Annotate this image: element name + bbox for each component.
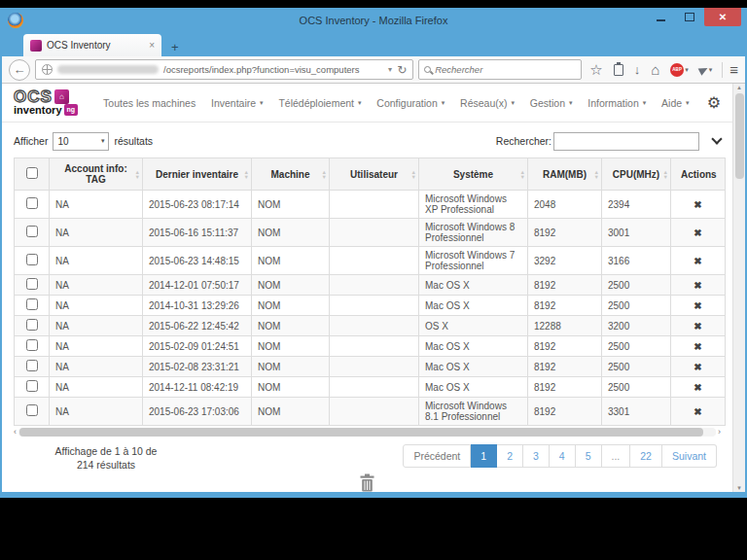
select-all-checkbox[interactable] xyxy=(26,167,38,179)
minimize-button[interactable] xyxy=(646,8,675,26)
delete-icon[interactable]: ✖ xyxy=(694,382,701,393)
bookmark-star-icon[interactable]: ☆ xyxy=(587,61,605,79)
menu-item-gestion[interactable]: Gestion▾ xyxy=(530,97,573,109)
search-input[interactable] xyxy=(435,64,551,75)
url-path[interactable]: /ocsreports/index.php?function=visu_comp… xyxy=(163,64,383,75)
vertical-scrollbar[interactable]: ▴ ▾ xyxy=(732,84,745,492)
tab-ocs-inventory[interactable]: OCS Inventory × xyxy=(23,34,161,56)
delete-icon[interactable]: ✖ xyxy=(694,199,701,210)
downloads-icon[interactable]: ↓ xyxy=(631,62,644,77)
delete-icon[interactable]: ✖ xyxy=(694,341,701,352)
delete-icon[interactable]: ✖ xyxy=(694,280,701,291)
header-machine[interactable]: Machine▲▼ xyxy=(252,158,330,191)
chevron-down-icon: ▾ xyxy=(569,99,573,107)
row-checkbox[interactable] xyxy=(26,360,38,371)
send-tab-button[interactable]: ▾ xyxy=(696,66,716,74)
sort-icon[interactable]: ▲▼ xyxy=(520,170,525,179)
pagination-next[interactable]: Suivant xyxy=(662,444,717,468)
scroll-right-icon[interactable]: › xyxy=(718,427,721,437)
close-button[interactable]: ✕ xyxy=(704,8,741,26)
pagination-page-22[interactable]: 22 xyxy=(630,444,662,468)
menu-item-information[interactable]: Information▾ xyxy=(587,97,646,109)
row-checkbox[interactable] xyxy=(26,339,38,351)
sort-icon[interactable]: ▲▼ xyxy=(594,170,599,179)
home-icon[interactable]: ⌂ xyxy=(648,61,662,78)
scroll-left-icon[interactable]: ‹ xyxy=(14,427,17,437)
new-tab-button[interactable]: + xyxy=(171,40,179,56)
delete-icon[interactable]: ✖ xyxy=(694,362,701,372)
sort-icon[interactable]: ▲▼ xyxy=(663,170,668,179)
gear-icon[interactable]: ⚙ xyxy=(707,93,721,112)
row-checkbox[interactable] xyxy=(26,278,38,290)
bookmarks-panel-icon[interactable] xyxy=(611,64,626,76)
table-row: NA2015-06-23 17:03:06NOMMicrosoft Window… xyxy=(15,398,726,426)
horizontal-scroll-thumb[interactable] xyxy=(19,428,703,437)
reload-icon[interactable]: ↻ xyxy=(397,63,407,77)
sort-icon[interactable]: ▲▼ xyxy=(135,170,140,179)
scroll-up-icon[interactable]: ▴ xyxy=(737,84,741,91)
filter-input[interactable] xyxy=(553,132,699,151)
url-dropdown-icon[interactable]: ▾ xyxy=(388,65,392,74)
pagination-page-5[interactable]: 5 xyxy=(576,444,602,468)
row-checkbox[interactable] xyxy=(26,197,38,209)
window-title: OCS Inventory - Mozilla Firefox xyxy=(0,15,747,26)
row-checkbox[interactable] xyxy=(26,380,38,392)
tab-close-icon[interactable]: × xyxy=(149,40,155,51)
ocs-logo[interactable]: OCS ⌂ inventory ng xyxy=(14,89,78,116)
header-cpu[interactable]: CPU(MHz)▲▼ xyxy=(602,158,671,191)
title-bar[interactable]: OCS Inventory - Mozilla Firefox ✕ xyxy=(0,8,747,33)
pagination-page-3[interactable]: 3 xyxy=(523,444,550,468)
menu-item-toutes-les-machines[interactable]: Toutes les machines xyxy=(103,97,196,109)
sort-icon[interactable]: ▲▼ xyxy=(244,170,249,179)
send-tab-icon xyxy=(697,64,709,75)
row-checkbox[interactable] xyxy=(26,319,38,331)
menu-item-configuration[interactable]: Configuration▾ xyxy=(376,97,445,109)
trash-icon[interactable] xyxy=(359,473,375,492)
row-checkbox[interactable] xyxy=(26,254,38,265)
url-bar[interactable]: /ocsreports/index.php?function=visu_comp… xyxy=(35,59,413,80)
back-button[interactable]: ← xyxy=(9,59,30,81)
delete-icon[interactable]: ✖ xyxy=(694,228,701,238)
header-user[interactable]: Utilisateur▲▼ xyxy=(330,158,419,191)
logo-ng-badge: ng xyxy=(64,104,79,116)
delete-icon[interactable]: ✖ xyxy=(694,300,701,311)
pagination-page-2[interactable]: 2 xyxy=(497,444,523,468)
page-size-select[interactable]: 10 ▾ xyxy=(53,132,109,151)
chevron-down-icon: ▾ xyxy=(358,99,362,107)
menu-item-reseaux[interactable]: Réseau(x)▾ xyxy=(460,97,515,109)
maximize-button[interactable] xyxy=(675,8,704,26)
adblock-button[interactable]: ABP▾ xyxy=(667,63,692,77)
menu-item-aide[interactable]: Aide▾ xyxy=(661,97,690,109)
delete-icon[interactable]: ✖ xyxy=(694,321,701,332)
delete-icon[interactable]: ✖ xyxy=(694,256,701,266)
header-system[interactable]: Système▲▼ xyxy=(419,158,528,191)
scroll-down-icon[interactable]: ▾ xyxy=(737,484,741,492)
menu-item-inventaire[interactable]: Inventaire▾ xyxy=(211,97,264,109)
chevron-down-icon: ▾ xyxy=(260,99,264,107)
row-checkbox[interactable] xyxy=(26,226,38,237)
menu-icon[interactable]: ≡ xyxy=(729,61,738,78)
row-checkbox[interactable] xyxy=(26,404,38,416)
vertical-scroll-thumb[interactable] xyxy=(735,93,744,179)
app-navbar: OCS ⌂ inventory ng Toutes les machines I… xyxy=(2,84,732,122)
header-last-inventory[interactable]: Dernier inventaire▲▼ xyxy=(143,158,252,191)
delete-icon[interactable]: ✖ xyxy=(694,406,701,417)
search-bar[interactable] xyxy=(418,59,582,80)
chevron-down-icon: ▾ xyxy=(643,99,647,107)
pagination-page-1[interactable]: 1 xyxy=(471,444,497,468)
sort-icon[interactable]: ▲▼ xyxy=(322,170,327,179)
pagination-page-4[interactable]: 4 xyxy=(550,444,576,468)
header-ram[interactable]: RAM(MB)▲▼ xyxy=(528,158,602,191)
main-menu: Toutes les machines Inventaire▾ Télédépl… xyxy=(103,97,707,109)
expand-search-icon[interactable] xyxy=(711,133,722,144)
horizontal-scrollbar[interactable]: ‹ › xyxy=(14,427,721,437)
pagination-prev[interactable]: Précédent xyxy=(403,444,471,468)
results-info: Affichage de 1 à 10 de 214 résultats xyxy=(14,444,198,472)
row-checkbox[interactable] xyxy=(26,298,38,310)
sort-icon[interactable]: ▲▼ xyxy=(411,170,416,179)
menu-item-teledeploiement[interactable]: Télédéploiement▾ xyxy=(278,97,361,109)
search-icon xyxy=(424,66,431,73)
logo-text-top: OCS xyxy=(14,90,53,104)
header-tag[interactable]: Account info: TAG▲▼ xyxy=(50,158,143,191)
results-label: résultats xyxy=(114,135,153,147)
